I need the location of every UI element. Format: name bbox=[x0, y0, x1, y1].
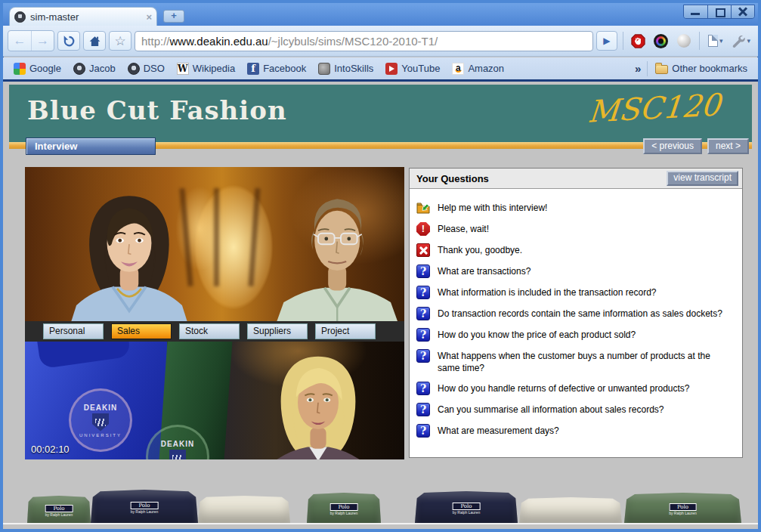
question-item[interactable]: ? How do you handle returns of defective… bbox=[416, 382, 732, 395]
tab-interview[interactable]: Interview bbox=[26, 138, 156, 155]
avatar-female-darkhair bbox=[64, 187, 194, 321]
questions-list: Help me with this interview! ! Please, w… bbox=[410, 189, 742, 457]
question-item[interactable]: ? What are transactions? bbox=[416, 264, 732, 278]
bookmark-facebook[interactable]: f Facebook bbox=[243, 61, 311, 76]
question-item[interactable]: ? What happens when the customer buys a … bbox=[416, 349, 732, 374]
minimize-button[interactable] bbox=[684, 5, 707, 18]
browser-tab[interactable]: sim-master × bbox=[9, 7, 157, 26]
bookmark-intoskills[interactable]: IntoSkills bbox=[314, 61, 378, 76]
watermark-text: UNIVERSITY bbox=[79, 433, 122, 438]
tab-personal[interactable]: Personal bbox=[43, 323, 104, 339]
bookmarks-separator bbox=[647, 61, 648, 76]
window-titlebar: sim-master × + bbox=[3, 3, 758, 26]
question-item[interactable]: ? What information is included in the tr… bbox=[416, 286, 732, 299]
facebook-icon: f bbox=[247, 63, 259, 75]
question-icon: ? bbox=[416, 403, 430, 416]
polo-shirt-photo bbox=[519, 497, 622, 523]
strip-divider bbox=[3, 523, 758, 524]
tab-close-icon[interactable]: × bbox=[146, 11, 152, 23]
youtube-icon bbox=[385, 63, 398, 75]
maximize-button[interactable] bbox=[707, 5, 731, 18]
polo-brand-label: Poloby Ralph Lauren bbox=[330, 503, 358, 515]
question-item[interactable]: ? Do transaction records contain the sam… bbox=[416, 307, 732, 320]
question-icon: ? bbox=[416, 382, 430, 395]
question-item[interactable]: Thank you, goodbye. bbox=[416, 243, 732, 257]
clothes-rack bbox=[248, 188, 260, 286]
question-icon: ? bbox=[416, 264, 430, 278]
bookmark-label: IntoSkills bbox=[334, 63, 373, 74]
tab-sales[interactable]: Sales bbox=[111, 323, 172, 339]
star-icon: ☆ bbox=[114, 35, 125, 48]
deakin-shield-icon bbox=[92, 413, 109, 431]
other-bookmarks-button[interactable]: Other bookmarks bbox=[651, 61, 752, 76]
tab-stock[interactable]: Stock bbox=[179, 323, 240, 339]
forward-button[interactable]: → bbox=[31, 31, 54, 51]
page-icon bbox=[708, 35, 718, 47]
bookmark-label: YouTube bbox=[401, 63, 440, 74]
polo-shirt-photo: Poloby Ralph Lauren bbox=[307, 493, 381, 523]
bookmark-star-button[interactable]: ☆ bbox=[109, 31, 131, 51]
google-icon bbox=[14, 63, 26, 75]
bookmark-label: Facebook bbox=[263, 63, 306, 74]
bookmark-amazon[interactable]: a Amazon bbox=[447, 61, 509, 76]
tab-project[interactable]: Project bbox=[315, 323, 376, 339]
site-title: Blue Cut Fashion bbox=[27, 95, 287, 125]
watermark-text: DEAKIN bbox=[84, 404, 117, 412]
polo-brand-label: Poloby Ralph Lauren bbox=[669, 503, 697, 515]
bookmark-google[interactable]: Google bbox=[9, 61, 66, 76]
help-icon bbox=[416, 201, 430, 215]
bookmark-wikipedia[interactable]: W Wikipedia bbox=[172, 61, 240, 76]
camera-extension-button[interactable] bbox=[651, 31, 671, 51]
reload-icon bbox=[63, 35, 76, 48]
question-icon: ? bbox=[416, 286, 430, 299]
bookmarks-overflow-chevron[interactable]: » bbox=[632, 62, 644, 75]
questions-title: Your Questions bbox=[416, 173, 667, 184]
bookmark-dso[interactable]: DSO bbox=[123, 61, 169, 76]
new-tab-button[interactable]: + bbox=[163, 10, 184, 23]
polo-brand-label: Poloby Ralph Lauren bbox=[453, 503, 481, 515]
folder-icon bbox=[655, 65, 668, 74]
bookmark-jacob[interactable]: Jacob bbox=[69, 61, 120, 76]
browser-window: sim-master × + ← → ☆ bbox=[0, 0, 761, 532]
question-icon: ? bbox=[416, 328, 430, 342]
previous-button[interactable]: < previous bbox=[643, 138, 702, 154]
avatar-female-blonde bbox=[253, 348, 383, 459]
intoskills-icon bbox=[318, 63, 330, 75]
deakin-watermark: DEAKIN UNIVERSITY bbox=[69, 388, 132, 452]
camera-lens-icon bbox=[654, 34, 668, 48]
bookmark-youtube[interactable]: YouTube bbox=[381, 61, 444, 76]
wrench-menu-button[interactable]: ▾ bbox=[729, 31, 753, 51]
polo-shirt-photo: Poloby Ralph Lauren bbox=[415, 491, 518, 523]
bookmark-label: Amazon bbox=[468, 63, 504, 74]
go-button[interactable]: ▶ bbox=[596, 31, 617, 51]
question-item[interactable]: Help me with this interview! bbox=[416, 201, 732, 215]
view-transcript-button[interactable]: view transcript bbox=[667, 171, 738, 186]
tab-suppliers[interactable]: Suppliers bbox=[247, 323, 308, 339]
video-timestamp: 00:02:10 bbox=[31, 444, 70, 455]
question-icon: ? bbox=[416, 424, 430, 438]
clothes-rack bbox=[214, 188, 219, 286]
back-button[interactable]: ← bbox=[8, 31, 31, 51]
home-button[interactable] bbox=[83, 31, 106, 51]
polo-brand-label: Poloby Ralph Lauren bbox=[131, 502, 159, 514]
wrench-icon bbox=[732, 34, 745, 48]
chevron-down-icon: ▾ bbox=[747, 37, 750, 45]
avatar-male-glasses bbox=[268, 188, 404, 321]
question-item[interactable]: ? Can you summarise all information abou… bbox=[416, 403, 732, 416]
question-item[interactable]: ? How do you know the price of each prod… bbox=[416, 328, 732, 342]
address-bar[interactable]: http://www.deakin.edu.au/~jlcybuls/sims/… bbox=[135, 31, 593, 51]
page-menu-button[interactable]: ▾ bbox=[705, 31, 726, 51]
next-button[interactable]: next > bbox=[707, 138, 749, 154]
question-icon: ? bbox=[416, 307, 430, 320]
close-button[interactable] bbox=[731, 5, 754, 18]
toolbar-separator bbox=[623, 32, 623, 50]
polo-shirt-photo: Poloby Ralph Lauren bbox=[91, 490, 198, 523]
close-icon bbox=[416, 243, 430, 257]
adblock-extension-button[interactable] bbox=[629, 31, 648, 51]
question-item[interactable]: ? What are measurement days? bbox=[416, 424, 732, 438]
bookmarks-bar: Google Jacob DSO W Wikipedia f Facebook … bbox=[3, 57, 758, 79]
wikipedia-icon: W bbox=[177, 63, 189, 75]
reload-button[interactable] bbox=[57, 31, 80, 51]
globe-extension-button[interactable] bbox=[674, 31, 694, 51]
question-item[interactable]: ! Please, wait! bbox=[416, 222, 732, 236]
